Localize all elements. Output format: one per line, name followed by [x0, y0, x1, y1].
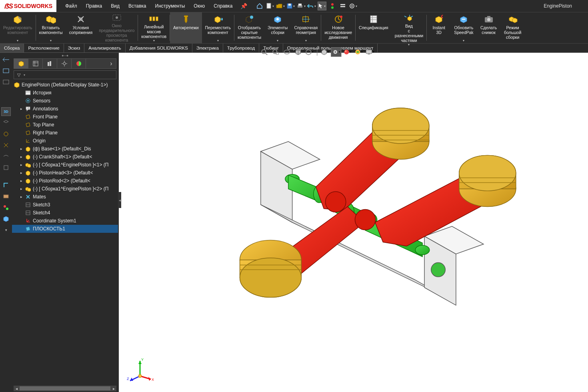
tree-item-1[interactable]: Sensors — [12, 97, 118, 105]
left-tool-12[interactable] — [1, 203, 11, 212]
ribbon-move-component[interactable]: Переместитькомпонент▾ — [202, 12, 234, 43]
ribbon-linear-pattern[interactable]: Линейныймассивкомпонентов▾ — [138, 12, 170, 43]
rebuild-icon[interactable] — [328, 2, 337, 10]
tree-item-8[interactable]: ▸(-) CrankShaft<1> (Default< — [12, 153, 118, 161]
ribbon-mate[interactable]: Условиясопряжения — [66, 12, 96, 43]
tree-item-11[interactable]: ▸(-) PistonRod<2> (Default< — [12, 177, 118, 185]
zoom-area-icon[interactable] — [270, 47, 281, 57]
left-tool-9[interactable] — [1, 163, 11, 172]
ribbon-large-assembly[interactable]: Режимбольшойсборки — [501, 12, 525, 43]
left-tool-13[interactable] — [1, 214, 11, 223]
dimxpert-tab[interactable] — [57, 59, 72, 68]
config-tab[interactable] — [43, 59, 57, 68]
ribbon-speedpak[interactable]: ОбновитьSpeedPak▾ — [451, 12, 476, 43]
home-icon[interactable] — [255, 2, 264, 10]
panel-splitter[interactable] — [118, 192, 121, 208]
tree-root[interactable]: EnginePiston (Default<Display State-1>) — [12, 81, 118, 89]
tree-item-14[interactable]: Sketch3 — [12, 201, 118, 209]
tree-item-4[interactable]: Top Plane — [12, 121, 118, 129]
save-icon[interactable] — [286, 2, 295, 10]
feature-tree-tab[interactable] — [14, 59, 28, 68]
3d-views-icon[interactable]: 3D — [1, 107, 11, 116]
tab-6[interactable]: Трубопровод — [223, 44, 259, 52]
tree-item-2[interactable]: ▸AAnnotations — [12, 105, 118, 113]
menu-tools[interactable]: Инструменты — [151, 2, 189, 10]
tree-item-3[interactable]: Front Plane — [12, 113, 118, 121]
scene-icon[interactable] — [353, 47, 364, 57]
left-tool-7[interactable] — [1, 141, 11, 150]
undo-icon[interactable] — [307, 2, 316, 10]
display-style-icon[interactable] — [320, 47, 330, 57]
new-icon[interactable] — [266, 2, 274, 10]
tree-item-10[interactable]: ▸(-) PistonHead<3> (Default< — [12, 169, 118, 177]
property-tab[interactable] — [28, 59, 43, 68]
ribbon-assembly-features[interactable]: Элементысборки▾ — [264, 12, 291, 43]
move-component-icon — [213, 14, 223, 24]
settings-icon[interactable] — [349, 2, 358, 10]
open-icon[interactable] — [276, 2, 285, 10]
print-icon[interactable] — [297, 2, 306, 10]
viewport-3d[interactable]: X Y Z — [119, 53, 588, 392]
appearance-icon[interactable] — [342, 47, 352, 57]
tree-item-7[interactable]: ▸(ф) Base<1> (Default<_Dis — [12, 145, 118, 153]
tree-item-13[interactable]: ▸Mates — [12, 193, 118, 201]
left-tool-14[interactable]: ▾ — [1, 226, 11, 234]
view-orientation-icon[interactable] — [304, 47, 314, 57]
ribbon-ref-geometry[interactable]: Справочнаягеометрия▾ — [291, 12, 321, 43]
ribbon-show-hidden[interactable]: Отобразитьскрытыекомпоненты — [234, 12, 264, 43]
tab-4[interactable]: Добавления SOLIDWORKS — [126, 44, 192, 52]
tree-item-6[interactable]: Origin — [12, 137, 118, 145]
scroll-right-icon[interactable]: ▸ — [111, 386, 116, 391]
menu-edit[interactable]: Правка — [82, 2, 106, 10]
ribbon-motion-study[interactable]: Новоеисследованиедвижения — [321, 12, 355, 43]
scroll-left-icon[interactable]: ◂ — [14, 386, 19, 391]
svg-rect-2 — [288, 4, 291, 6]
left-tool-5[interactable] — [1, 118, 11, 127]
tree-item-5[interactable]: Right Plane — [12, 129, 118, 137]
left-tool-3[interactable] — [1, 78, 11, 86]
pin-icon[interactable]: 📌 — [240, 3, 247, 9]
ribbon-exploded-view[interactable]: Видсразнесеннымичастями▾ — [392, 12, 426, 43]
ribbon-instant3d[interactable]: Instant3D — [427, 12, 451, 43]
triad-icon[interactable]: X Y Z — [126, 356, 154, 384]
left-tool-10[interactable] — [1, 181, 11, 190]
left-tool-2[interactable] — [1, 66, 11, 75]
menu-insert[interactable]: Вставка — [124, 2, 150, 10]
ribbon-bom[interactable]: Спецификация — [356, 12, 392, 43]
view-settings-icon[interactable] — [364, 47, 375, 57]
menu-window[interactable]: Окно — [190, 2, 209, 10]
left-tool-1[interactable] — [1, 55, 11, 64]
menu-help[interactable]: Справка — [210, 2, 236, 10]
ribbon-insert-components[interactable]: Вставитькомпоненты▾ — [36, 12, 66, 43]
menu-file[interactable]: Файл — [61, 2, 81, 10]
tree-item-16[interactable]: Coordinate System1 — [12, 217, 118, 225]
left-tool-8[interactable] — [1, 152, 11, 161]
tree-item-17[interactable]: ПЛОСКОСТЬ1 — [12, 225, 118, 233]
tab-5[interactable]: Электрика — [192, 44, 223, 52]
zoom-fit-icon[interactable] — [259, 47, 270, 57]
ribbon-snapshot[interactable]: Сделатьснимок — [477, 12, 501, 43]
tree-filter[interactable]: ▽ ▾ — [14, 70, 116, 79]
tab-3[interactable]: Анализировать — [84, 44, 125, 52]
left-tool-11[interactable] — [1, 192, 11, 201]
panel-pin-icon[interactable]: ●─● — [62, 54, 68, 58]
tab-0[interactable]: Сборка — [0, 44, 24, 52]
ribbon-smart-fasteners[interactable]: Автокрепежи — [170, 12, 202, 43]
previous-view-icon[interactable] — [282, 47, 292, 57]
options-icon[interactable] — [338, 2, 347, 10]
left-tool-6[interactable] — [1, 130, 11, 138]
tree-scrollbar[interactable]: ◂ ▸ — [14, 386, 116, 391]
tab-1[interactable]: Расположение — [24, 44, 64, 52]
scroll-thumb[interactable] — [20, 386, 110, 390]
tree-item-0[interactable]: История — [12, 89, 118, 97]
panel-tabs-more[interactable]: › — [106, 59, 116, 68]
hide-show-icon[interactable] — [331, 47, 341, 57]
tree-item-15[interactable]: Sketch4 — [12, 209, 118, 217]
tab-2[interactable]: Эскиз — [64, 44, 85, 52]
display-tab[interactable] — [72, 59, 86, 68]
section-view-icon[interactable] — [293, 47, 303, 57]
select-icon[interactable] — [318, 2, 326, 10]
tree-item-9[interactable]: ▸(-) [ Сборка1^EnginePiston ]<1> (П — [12, 161, 118, 169]
tree-item-12[interactable]: ▸(-) [ Сборка1^EnginePiston ]<2> (П — [12, 185, 118, 193]
menu-view[interactable]: Вид — [107, 2, 124, 10]
